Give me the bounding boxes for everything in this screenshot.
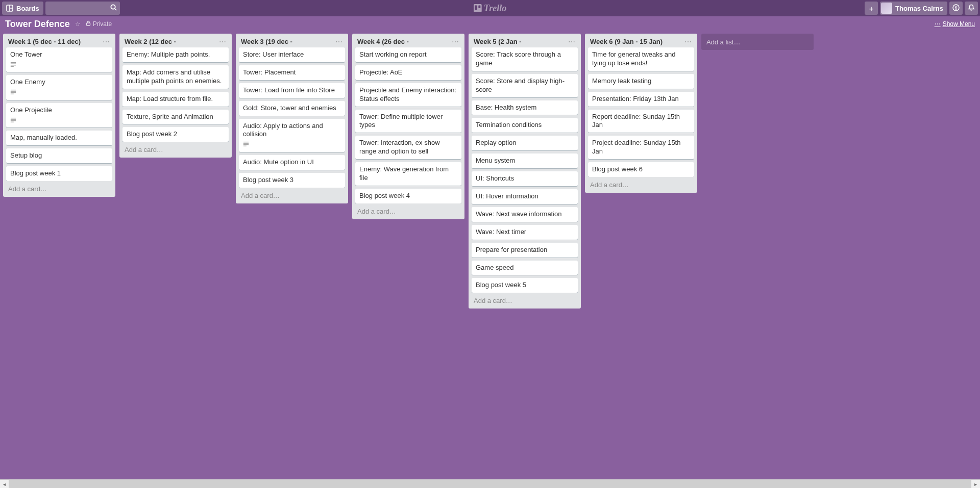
search-box[interactable] (45, 2, 120, 15)
card[interactable]: Blog post week 5 (472, 278, 578, 293)
trello-logo-icon (474, 4, 482, 12)
add-card-button[interactable]: Add a card… (469, 293, 581, 309)
avatar (881, 3, 892, 14)
list-title[interactable]: Week 3 (19 dec - (241, 38, 292, 45)
card[interactable]: Gold: Store, tower and enemies (239, 101, 345, 116)
description-icon (243, 141, 341, 149)
create-button[interactable]: + (865, 2, 878, 15)
list: Week 2 (12 dec -⋯Enemy: Multiple path po… (119, 34, 232, 158)
card[interactable]: Projectile: AoE (355, 65, 461, 80)
card[interactable]: Blog post week 3 (239, 173, 345, 188)
card[interactable]: Replay option (472, 136, 578, 150)
card[interactable]: Blog post week 1 (6, 166, 112, 181)
add-card-button[interactable]: Add a card… (352, 203, 464, 219)
list-menu-button[interactable]: ⋯ (335, 41, 343, 43)
board-canvas[interactable]: Week 1 (5 dec - 11 dec)⋯One TowerOne Ene… (0, 32, 980, 479)
svg-rect-5 (474, 4, 482, 12)
card[interactable]: UI: Hover information (472, 189, 578, 204)
show-menu-button[interactable]: ⋯ Show Menu (935, 20, 975, 28)
card[interactable]: Audio: Apply to actions and collision (239, 119, 345, 152)
card[interactable]: Wave: Next timer (472, 225, 578, 240)
list-title[interactable]: Week 4 (26 dec - (357, 38, 409, 45)
card[interactable]: Tower: Interaction, ex show range and op… (355, 136, 461, 159)
list-title[interactable]: Week 5 (2 Jan - (474, 38, 522, 45)
add-card-button[interactable]: Add a card… (3, 181, 115, 197)
card[interactable]: Store: User interface (239, 47, 345, 62)
boards-button[interactable]: Boards (2, 2, 43, 15)
svg-rect-7 (478, 6, 480, 9)
card[interactable]: Termination conditions (472, 118, 578, 133)
card[interactable]: Report deadline: Sunday 15th Jan (588, 110, 694, 133)
list: Week 6 (9 Jan - 15 Jan)⋯Time for general… (585, 34, 697, 193)
card[interactable]: Blog post week 6 (588, 162, 694, 177)
card[interactable]: Prepare for presentation (472, 243, 578, 258)
add-list-button[interactable]: Add a list… (701, 34, 814, 50)
card-text: Score: Store and display high-score (476, 77, 574, 94)
card[interactable]: Score: Store and display high-score (472, 74, 578, 97)
scroll-right-arrow[interactable]: ▸ (971, 480, 980, 489)
list-menu-button[interactable]: ⋯ (684, 41, 692, 43)
card[interactable]: Audio: Mute option in UI (239, 155, 345, 170)
list-menu-button[interactable]: ⋯ (452, 41, 459, 43)
card[interactable]: Tower: Define multiple tower types (355, 110, 461, 133)
card-text: Setup blog (10, 151, 108, 160)
scroll-track[interactable] (9, 480, 971, 488)
boards-icon (6, 5, 13, 12)
card-text: Map: Load structure from file. (127, 95, 225, 104)
card-text: UI: Shortcuts (476, 174, 574, 183)
card[interactable]: Enemy: Multiple path points. (122, 47, 229, 62)
card-text: Gold: Store, tower and enemies (243, 104, 341, 113)
list-header: Week 2 (12 dec -⋯ (119, 34, 232, 47)
add-card-button[interactable]: Add a card… (585, 177, 697, 193)
card[interactable]: Blog post week 2 (122, 127, 229, 142)
user-menu-button[interactable]: Thomas Cairns (880, 2, 947, 15)
trello-logo[interactable]: Trello (474, 3, 506, 14)
list-menu-button[interactable]: ⋯ (103, 41, 110, 43)
list-menu-button[interactable]: ⋯ (568, 41, 576, 43)
card[interactable]: Base: Health system (472, 100, 578, 115)
card[interactable]: Start working on report (355, 47, 461, 62)
card[interactable]: Setup blog (6, 148, 112, 163)
card[interactable]: Tower: Placement (239, 65, 345, 80)
list-menu-button[interactable]: ⋯ (219, 41, 227, 43)
card[interactable]: Enemy: Wave generation from file (355, 162, 461, 186)
info-button[interactable] (949, 2, 963, 15)
card[interactable]: UI: Shortcuts (472, 171, 578, 186)
visibility-button[interactable]: Private (86, 20, 112, 28)
card[interactable]: Game speed (472, 261, 578, 275)
card[interactable]: Map: Load structure from file. (122, 92, 229, 107)
list-title[interactable]: Week 1 (5 dec - 11 dec) (8, 38, 81, 45)
card[interactable]: Menu system (472, 153, 578, 168)
card[interactable]: Score: Track score through a game (472, 47, 578, 71)
card[interactable]: Blog post week 4 (355, 189, 461, 203)
card[interactable]: Texture, Sprite and Animation (122, 110, 229, 124)
card[interactable]: Memory leak testing (588, 74, 694, 89)
card-text: Time for general tweaks and tying up los… (592, 50, 690, 68)
card[interactable]: One Projectile (6, 103, 112, 127)
board-title[interactable]: Tower Defence (5, 19, 70, 30)
card[interactable]: Project deadline: Sunday 15th Jan (588, 136, 694, 159)
card[interactable]: Tower: Load from file into Store (239, 83, 345, 98)
card[interactable]: Projectile and Enemy interaction: Status… (355, 83, 461, 107)
card[interactable]: One Tower (6, 47, 112, 72)
card[interactable]: Map, manually loaded. (6, 131, 112, 145)
list-title[interactable]: Week 6 (9 Jan - 15 Jan) (590, 38, 663, 45)
visibility-label: Private (93, 20, 112, 28)
scroll-left-arrow[interactable]: ◂ (0, 480, 9, 489)
card-text: Base: Health system (476, 104, 574, 112)
notifications-button[interactable] (965, 2, 978, 15)
list-title[interactable]: Week 2 (12 dec - (125, 38, 176, 45)
card[interactable]: Time for general tweaks and tying up los… (588, 47, 694, 71)
add-card-button[interactable]: Add a card… (119, 142, 232, 158)
card[interactable]: One Enemy (6, 75, 112, 99)
search-input[interactable] (45, 2, 120, 15)
card[interactable]: Wave: Next wave information (472, 207, 578, 222)
card-text: One Projectile (10, 106, 108, 115)
add-card-button[interactable]: Add a card… (236, 188, 348, 203)
star-button[interactable]: ☆ (75, 20, 81, 28)
global-header: Boards Trello + Thomas Cairns (0, 0, 980, 16)
card-text: Store: User interface (243, 50, 341, 59)
card[interactable]: Map: Add corners and utilise multiple pa… (122, 65, 229, 89)
horizontal-scrollbar[interactable]: ◂ ▸ (0, 479, 980, 488)
card[interactable]: Presentation: Friday 13th Jan (588, 92, 694, 107)
